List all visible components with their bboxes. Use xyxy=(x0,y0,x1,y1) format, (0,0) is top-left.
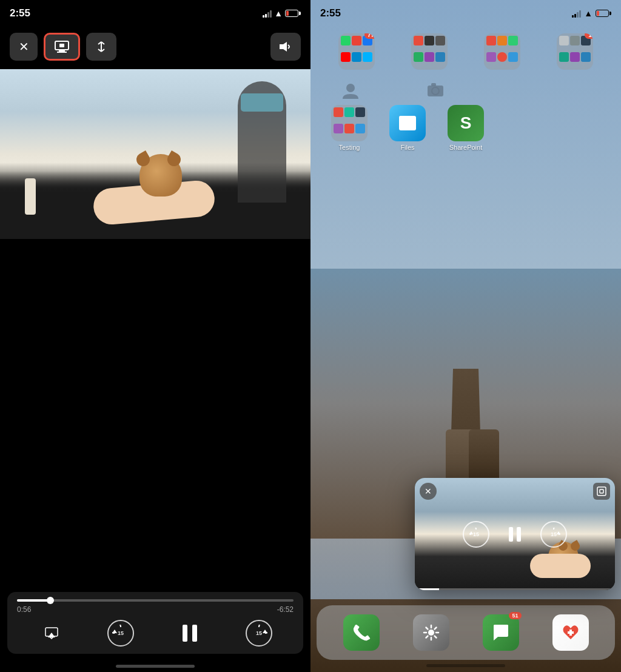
right-panel: 2:55 ▲ xyxy=(310,0,621,672)
messages-badge: 51 xyxy=(509,612,521,619)
folder4-badge: 1 xyxy=(585,33,593,39)
video-player xyxy=(0,69,310,239)
svg-marker-10 xyxy=(48,633,55,637)
svg-rect-29 xyxy=(568,631,574,634)
pause-button[interactable] xyxy=(176,620,203,647)
testing-mini-apps xyxy=(331,105,368,141)
svg-rect-13 xyxy=(192,625,197,642)
app-sharepoint[interactable]: S SharePoint xyxy=(441,105,490,151)
remaining-time: -6:52 xyxy=(277,605,294,614)
app-folder-social[interactable]: 77 xyxy=(332,33,381,72)
social-folder-icon: 77 xyxy=(338,33,375,70)
dock: 51 xyxy=(317,605,615,660)
pip-pause-button[interactable] xyxy=(502,521,528,548)
pip-expand-button[interactable] xyxy=(593,483,610,500)
right-time: 2:55 xyxy=(320,7,341,19)
skip-back-label: 15 xyxy=(118,630,124,636)
right-home-indicator xyxy=(426,664,505,667)
svg-rect-26 xyxy=(600,489,603,493)
svg-marker-14 xyxy=(263,630,267,633)
pip-player[interactable]: 15 15 ✕ xyxy=(415,478,615,590)
folder3-icon xyxy=(484,33,520,70)
pip-video: 15 15 ✕ xyxy=(415,478,615,590)
playback-controls: 15 15 xyxy=(17,620,294,647)
svg-rect-18 xyxy=(431,83,436,86)
skip-forward-button[interactable]: 15 xyxy=(246,620,272,647)
app-folder-4[interactable]: 1 xyxy=(551,33,599,72)
playback-bar: 0:56 -6:52 15 xyxy=(7,592,303,654)
left-status-icons: ▲ xyxy=(263,8,301,18)
progress-thumb[interactable] xyxy=(47,597,54,604)
folder4-mini-apps xyxy=(557,33,593,70)
right-wifi-icon: ▲ xyxy=(584,8,592,18)
testing-label: Testing xyxy=(339,144,360,151)
files-label: Files xyxy=(400,144,414,151)
svg-rect-22 xyxy=(509,527,513,542)
health-icon xyxy=(552,614,589,651)
left-controls: ✕ xyxy=(0,27,310,67)
app-row-1: 77 xyxy=(320,33,611,72)
dock-phone[interactable] xyxy=(343,614,380,651)
pip-skip-back-button[interactable]: 15 xyxy=(463,521,489,548)
sharepoint-icon: S xyxy=(448,105,484,141)
current-time: 0:56 xyxy=(17,605,31,614)
home-indicator-left xyxy=(0,660,310,672)
app-folder-2[interactable] xyxy=(405,33,454,72)
skip-back-button[interactable]: 15 xyxy=(107,620,134,647)
pip-skip-forward-button[interactable]: 15 xyxy=(540,521,567,548)
svg-point-15 xyxy=(346,84,355,92)
phone-icon xyxy=(343,614,380,651)
folder3-mini-apps xyxy=(484,33,520,70)
progress-track[interactable] xyxy=(17,599,294,602)
wifi-icon: ▲ xyxy=(274,8,283,18)
app-testing[interactable]: Testing xyxy=(325,105,374,151)
dock-messages[interactable]: 51 xyxy=(483,614,519,651)
svg-marker-24 xyxy=(557,531,560,534)
app-folder-3[interactable] xyxy=(478,33,526,72)
left-panel: 2:55 ▲ ✕ xyxy=(0,0,310,672)
video-bottom xyxy=(0,239,310,586)
folder2-icon xyxy=(411,33,448,70)
left-time: 2:55 xyxy=(10,7,30,19)
svg-rect-20 xyxy=(399,116,407,121)
folder4-icon: 1 xyxy=(557,33,593,70)
svg-rect-23 xyxy=(517,527,521,542)
pip-progress-fill xyxy=(415,588,439,590)
svg-rect-3 xyxy=(59,44,64,47)
home-bar xyxy=(116,665,195,668)
left-status-bar: 2:55 ▲ xyxy=(0,0,310,27)
settings-icon xyxy=(413,614,449,651)
resize-button[interactable] xyxy=(86,33,116,61)
close-button[interactable]: ✕ xyxy=(10,33,38,61)
svg-rect-25 xyxy=(597,487,606,496)
right-signal-icon xyxy=(572,9,581,18)
pip-close-button[interactable]: ✕ xyxy=(420,483,437,500)
time-row: 0:56 -6:52 xyxy=(17,605,294,614)
sharepoint-label: SharePoint xyxy=(449,144,482,151)
files-icon xyxy=(389,105,426,141)
dock-settings[interactable] xyxy=(413,614,449,651)
svg-marker-11 xyxy=(112,630,117,633)
svg-rect-1 xyxy=(59,50,65,52)
app-row-1b xyxy=(320,82,611,100)
right-status-icons: ▲ xyxy=(572,8,611,18)
pip-controls: 15 15 xyxy=(415,478,615,590)
app-files[interactable]: Files xyxy=(383,105,432,151)
testing-folder-icon xyxy=(331,105,368,141)
svg-rect-2 xyxy=(57,52,67,53)
folder2-mini-apps xyxy=(411,33,448,70)
svg-marker-9 xyxy=(280,42,287,52)
battery-icon xyxy=(285,10,301,17)
dock-health[interactable] xyxy=(552,614,589,651)
skip-forward-label: 15 xyxy=(256,630,262,636)
social-badge: 77 xyxy=(364,33,375,39)
messages-icon xyxy=(483,614,519,651)
pip-skip-forward-label: 15 xyxy=(551,531,557,537)
svg-point-27 xyxy=(428,630,434,636)
airplay-button[interactable] xyxy=(38,620,65,647)
pip-progress-bar[interactable] xyxy=(415,588,615,590)
app-grid: 77 xyxy=(320,33,611,161)
right-status-bar: 2:55 ▲ xyxy=(310,0,621,27)
volume-button[interactable] xyxy=(270,33,301,61)
screen-mirroring-button[interactable] xyxy=(44,33,80,61)
